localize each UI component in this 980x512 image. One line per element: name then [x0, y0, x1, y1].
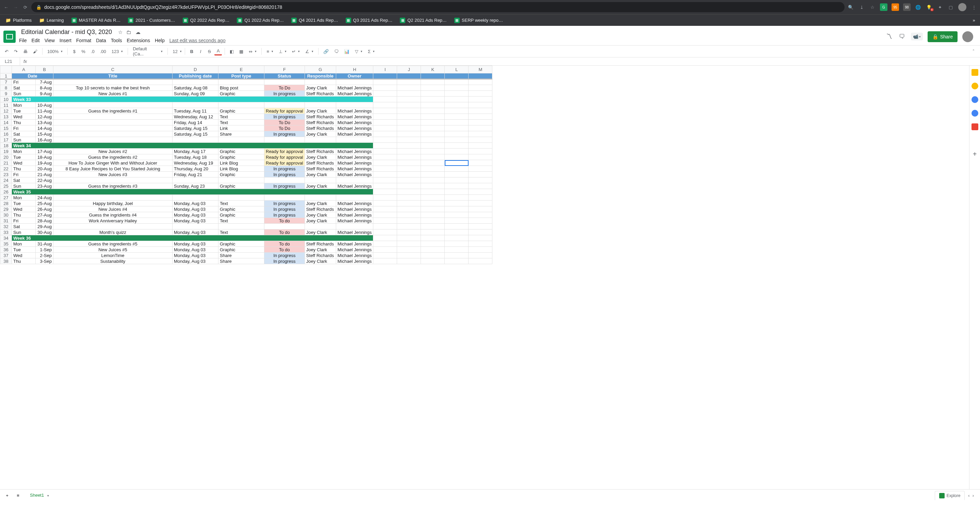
cell[interactable]: How To Juice Ginger With and Without Jui… — [53, 160, 172, 166]
cell[interactable]: Happy birthday, Joel — [53, 201, 172, 206]
column-header[interactable]: B — [36, 66, 53, 73]
explore-button[interactable]: Explore — [935, 491, 965, 500]
cell[interactable]: 17-Aug — [36, 149, 53, 154]
cell[interactable]: Monday, Aug 03 — [172, 206, 218, 212]
cell[interactable]: 13-Aug — [36, 120, 53, 125]
cell[interactable]: Joey Clark — [305, 108, 336, 114]
cell[interactable]: Link Blog — [218, 160, 264, 166]
maps-panel-icon[interactable] — [972, 124, 978, 130]
cell[interactable]: New Juices #5 — [53, 247, 172, 253]
cell[interactable] — [397, 258, 421, 264]
filter-select[interactable]: ▽ — [353, 48, 364, 55]
reload-icon[interactable]: ⟳ — [22, 4, 29, 11]
insert-chart-icon[interactable]: 📊 — [342, 48, 352, 55]
cell[interactable] — [305, 137, 336, 143]
cell[interactable]: Joey Clark — [305, 85, 336, 91]
cell[interactable]: Joey Clark — [305, 183, 336, 189]
cell[interactable] — [397, 212, 421, 218]
cell[interactable]: 1-Sep — [36, 247, 53, 253]
cell[interactable] — [397, 230, 421, 235]
cell[interactable] — [373, 125, 397, 131]
cell[interactable] — [397, 137, 421, 143]
cell[interactable] — [445, 143, 469, 149]
row-header[interactable]: 1 — [0, 73, 12, 79]
cell[interactable]: Steff Richards — [305, 166, 336, 172]
cell[interactable]: Michael Jennings — [336, 125, 373, 131]
cell[interactable]: Mon — [12, 102, 36, 108]
cell[interactable] — [469, 97, 492, 102]
cell[interactable] — [445, 125, 469, 131]
text-color-icon[interactable]: A — [215, 47, 222, 55]
borders-icon[interactable]: ▦ — [237, 48, 245, 55]
cell[interactable]: Sunday, Aug 23 — [172, 183, 218, 189]
more-formats-select[interactable]: 123 — [110, 48, 125, 55]
status-cell[interactable] — [264, 195, 305, 201]
bookmark-item[interactable]: 📁Platforms — [3, 16, 34, 24]
cell[interactable] — [421, 137, 445, 143]
cell[interactable]: Steff Richards — [305, 149, 336, 154]
zoom-icon[interactable]: 🔍 — [847, 4, 854, 11]
cell[interactable] — [336, 224, 373, 230]
row-header[interactable]: 17 — [0, 137, 12, 143]
row-header[interactable]: 27 — [0, 195, 12, 201]
cell[interactable] — [397, 97, 421, 102]
cell[interactable]: Fri — [12, 172, 36, 178]
cell[interactable]: Monday, Aug 03 — [172, 253, 218, 258]
bookmark-item[interactable]: ▦Q2 2021 Ads Rep… — [397, 16, 450, 24]
cell[interactable]: Michael Jennings — [336, 131, 373, 137]
cell[interactable] — [469, 235, 492, 241]
cell[interactable]: Text — [218, 230, 264, 235]
cell[interactable]: Text — [218, 201, 264, 206]
cell[interactable] — [53, 195, 172, 201]
column-header[interactable]: G — [305, 66, 336, 73]
cell[interactable]: Joey Clark — [305, 172, 336, 178]
cell[interactable]: 16-Aug — [36, 137, 53, 143]
cell[interactable]: Steff Richards — [305, 125, 336, 131]
row-header[interactable]: 19 — [0, 149, 12, 154]
cell[interactable]: Michael Jennings — [336, 160, 373, 166]
status-cell[interactable]: In progress — [264, 258, 305, 264]
cell[interactable]: Wednesday, Aug 19 — [172, 160, 218, 166]
status-cell[interactable]: To Do — [264, 85, 305, 91]
cell[interactable]: Michael Jennings — [336, 154, 373, 160]
cell[interactable]: 10-Aug — [36, 102, 53, 108]
ext-bell-icon[interactable]: 💡6 — [926, 4, 932, 11]
cell[interactable] — [445, 120, 469, 125]
keep-panel-icon[interactable] — [972, 82, 978, 89]
column-header[interactable]: H — [336, 66, 373, 73]
cell[interactable]: Tuesday, Aug 11 — [172, 108, 218, 114]
cell[interactable]: Thu — [12, 212, 36, 218]
cell[interactable]: Steff Richards — [305, 253, 336, 258]
cell[interactable] — [421, 241, 445, 247]
cell[interactable] — [373, 206, 397, 212]
cell[interactable]: 23-Aug — [36, 183, 53, 189]
cell[interactable]: Thu — [12, 258, 36, 264]
menu-extensions[interactable]: Extensions — [127, 38, 150, 43]
cell[interactable] — [53, 131, 172, 137]
cell[interactable] — [373, 230, 397, 235]
cell[interactable] — [445, 206, 469, 212]
cell[interactable]: 30-Aug — [36, 230, 53, 235]
cell[interactable] — [373, 172, 397, 178]
status-cell[interactable]: In progress — [264, 114, 305, 120]
status-cell[interactable]: In progress — [264, 212, 305, 218]
cell[interactable] — [445, 241, 469, 247]
rotate-select[interactable]: ∠ — [303, 48, 315, 55]
header-cell[interactable]: Status — [264, 73, 305, 79]
cell[interactable]: Michael Jennings — [336, 120, 373, 125]
spreadsheet-grid[interactable]: ABCDEFGHIJKLM1DateTitlePublishing datePo… — [0, 66, 969, 489]
cell[interactable] — [469, 131, 492, 137]
cell[interactable]: 2-Sep — [36, 253, 53, 258]
cell[interactable]: Steff Richards — [305, 160, 336, 166]
cell[interactable]: Guess the ingredients #2 — [53, 154, 172, 160]
cell[interactable]: New Juices #2 — [53, 149, 172, 154]
cell[interactable] — [373, 149, 397, 154]
h-align-select[interactable]: ≡ — [264, 48, 275, 55]
cell[interactable] — [445, 235, 469, 241]
cell[interactable] — [445, 114, 469, 120]
row-header[interactable]: 36 — [0, 247, 12, 253]
panel-icon[interactable]: ▢ — [947, 4, 954, 11]
cell[interactable]: 28-Aug — [36, 218, 53, 224]
cell[interactable]: Tue — [12, 201, 36, 206]
format-currency-icon[interactable]: $ — [70, 48, 78, 55]
